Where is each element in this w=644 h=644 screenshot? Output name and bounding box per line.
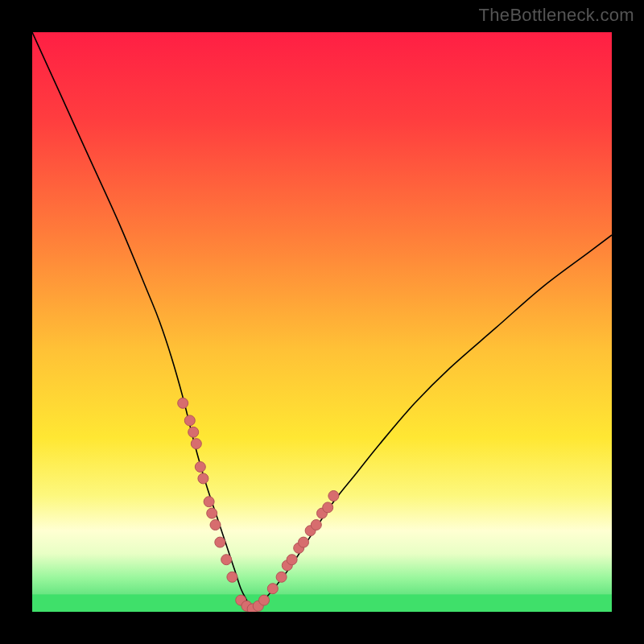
hardware-point <box>207 508 217 518</box>
hardware-point <box>221 555 232 565</box>
hardware-point <box>259 595 270 605</box>
hardware-point <box>311 520 321 530</box>
watermark-text: TheBottleneck.com <box>479 5 634 26</box>
hardware-point <box>198 473 208 484</box>
hardware-point <box>227 572 237 582</box>
hardware-points-group <box>178 398 339 612</box>
curve-layer <box>32 32 612 612</box>
hardware-point <box>210 520 221 530</box>
plot-area <box>32 32 612 612</box>
bottleneck-curve <box>32 32 612 612</box>
hardware-point <box>178 398 188 408</box>
hardware-point <box>195 462 205 473</box>
hardware-point <box>328 491 339 502</box>
hardware-point <box>276 572 287 582</box>
hardware-point <box>191 439 201 449</box>
hardware-point <box>267 584 278 594</box>
hardware-point <box>204 497 214 507</box>
hardware-point <box>215 537 225 547</box>
hardware-point <box>299 537 309 547</box>
hardware-point <box>188 427 199 437</box>
hardware-point <box>287 555 297 565</box>
hardware-point <box>184 415 195 426</box>
chart-frame: TheBottleneck.com <box>0 0 644 644</box>
hardware-point <box>323 502 333 513</box>
